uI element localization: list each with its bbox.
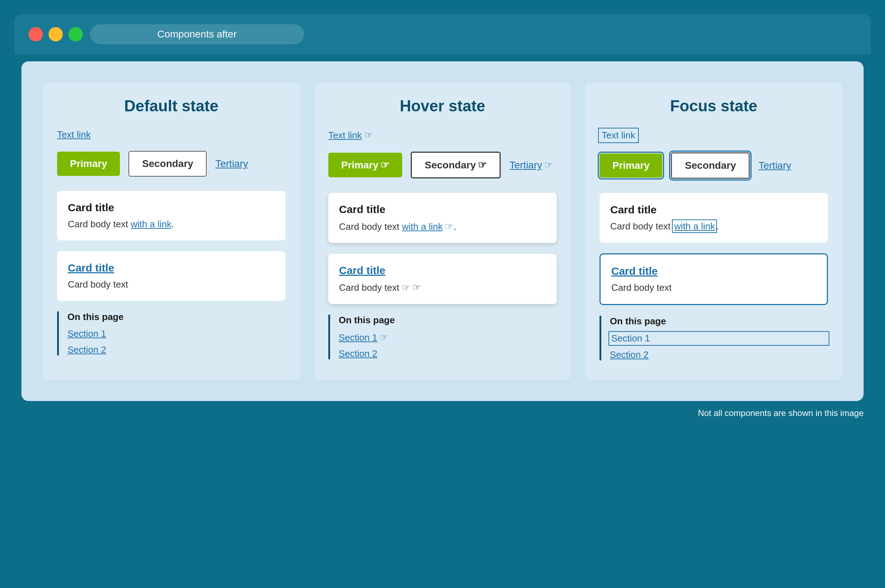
focus-toc: On this page Section 1 Section 2 xyxy=(600,316,828,360)
default-state-panel: Default state Text link Primary Secondar… xyxy=(43,83,300,380)
minimize-button[interactable] xyxy=(48,27,63,41)
hover-card2-title[interactable]: Card title xyxy=(339,264,546,276)
traffic-lights xyxy=(28,27,83,41)
hover-toc: On this page Section 1 Section 2 xyxy=(328,315,557,359)
focus-card2-body: Card body text xyxy=(611,282,816,293)
hover-state-header: Hover state xyxy=(328,97,557,115)
hover-state-panel: Hover state Text link Primary Secondary … xyxy=(314,83,571,380)
default-card-with-link: Card title Card body text with a link. xyxy=(57,191,285,240)
hover-card1-title: Card title xyxy=(339,203,546,216)
columns-grid: Default state Text link Primary Secondar… xyxy=(43,83,842,380)
focus-card-clickable: Card title Card body text xyxy=(600,254,828,305)
focus-card1-link[interactable]: with a link xyxy=(673,220,716,232)
default-buttons-row: Primary Secondary Tertiary xyxy=(57,151,285,177)
default-state-header: Default state xyxy=(57,97,285,115)
default-card-clickable: Card title Card body text xyxy=(57,251,285,301)
titlebar xyxy=(14,14,871,54)
focus-text-link[interactable]: Text link xyxy=(600,129,638,142)
focus-state-panel: Focus state Text link Primary Secondary … xyxy=(585,83,842,380)
default-card1-link[interactable]: with a link xyxy=(130,219,171,230)
default-card1-body: Card body text with a link. xyxy=(68,219,275,230)
footer-note: Not all components are shown in this ima… xyxy=(14,408,871,422)
hover-text-link[interactable]: Text link xyxy=(328,129,373,141)
close-button[interactable] xyxy=(28,27,43,41)
default-secondary-button[interactable]: Secondary xyxy=(129,151,207,177)
default-toc: On this page Section 1 Section 2 xyxy=(57,312,285,356)
default-card1-title: Card title xyxy=(68,202,275,214)
hover-card1-body: Card body text with a link. xyxy=(339,220,546,232)
focus-card1-title: Card title xyxy=(610,204,817,216)
focus-toc-link-2[interactable]: Section 2 xyxy=(610,349,828,360)
focus-primary-button[interactable]: Primary xyxy=(600,153,662,178)
hover-toc-link-1[interactable]: Section 1 xyxy=(339,332,557,343)
default-primary-button[interactable]: Primary xyxy=(57,152,120,176)
hover-buttons-row: Primary Secondary Tertiary xyxy=(328,152,557,178)
focus-buttons-row: Primary Secondary Tertiary xyxy=(600,152,828,179)
browser-window: Default state Text link Primary Secondar… xyxy=(14,14,871,422)
default-card2-body: Card body text xyxy=(68,279,275,290)
default-card2-title[interactable]: Card title xyxy=(68,262,275,274)
hover-secondary-button[interactable]: Secondary xyxy=(411,152,501,178)
maximize-button[interactable] xyxy=(69,27,83,41)
hover-card-clickable[interactable]: Card title Card body text ☞ xyxy=(328,254,557,304)
focus-toc-heading: On this page xyxy=(610,316,828,327)
hover-card1-link[interactable]: with a link xyxy=(402,221,454,232)
focus-toc-link-1[interactable]: Section 1 xyxy=(610,333,828,344)
default-tertiary-button[interactable]: Tertiary xyxy=(215,158,248,170)
focus-card-with-link: Card title Card body text with a link. xyxy=(600,193,828,243)
hover-card2-cursor: ☞ xyxy=(399,282,421,293)
hover-primary-button[interactable]: Primary xyxy=(328,153,402,177)
url-bar[interactable] xyxy=(90,24,304,44)
hover-card2-body: Card body text ☞ xyxy=(339,282,546,293)
main-content: Default state Text link Primary Secondar… xyxy=(21,62,864,401)
focus-tertiary-button[interactable]: Tertiary xyxy=(758,160,791,171)
default-text-link[interactable]: Text link xyxy=(57,129,91,140)
default-toc-link-2[interactable]: Section 2 xyxy=(68,344,285,356)
focus-card1-body: Card body text with a link. xyxy=(610,221,817,232)
hover-toc-heading: On this page xyxy=(339,315,557,326)
hover-card-with-link: Card title Card body text with a link. xyxy=(328,193,557,243)
default-toc-heading: On this page xyxy=(68,312,285,322)
focus-card2-title[interactable]: Card title xyxy=(611,265,816,277)
default-toc-link-1[interactable]: Section 1 xyxy=(68,328,285,339)
focus-secondary-button[interactable]: Secondary xyxy=(671,152,750,179)
hover-toc-link-2[interactable]: Section 2 xyxy=(339,348,557,359)
hover-tertiary-button[interactable]: Tertiary xyxy=(509,159,553,171)
focus-state-header: Focus state xyxy=(600,97,828,115)
